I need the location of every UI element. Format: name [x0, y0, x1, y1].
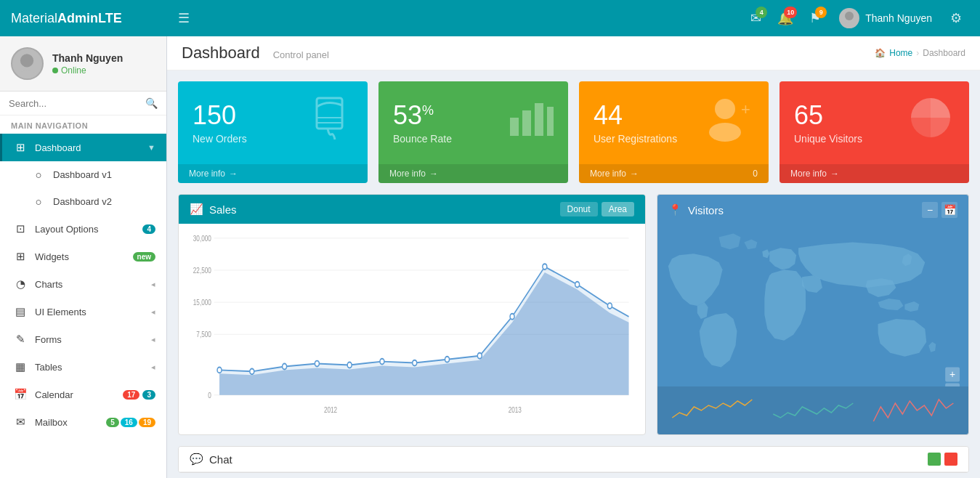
sidebar-avatar	[11, 47, 44, 80]
stat-value-visitors: 65	[794, 101, 862, 130]
svg-text:22,500: 22,500	[193, 266, 211, 275]
stat-card-new-orders: 150 New Orders More info	[178, 81, 368, 183]
stat-label-visitors: Unique Visitors	[794, 133, 862, 145]
charts-row: 📈 Sales Donut Area	[167, 194, 980, 446]
arrow-right-icon-3: →	[630, 169, 639, 179]
chart-dot-5	[347, 362, 352, 368]
chart-title-text: Sales	[209, 203, 237, 216]
bottom-row: 💬 Chat	[167, 446, 980, 478]
sidebar-label-calendar: Calendar	[35, 389, 123, 400]
stat-value-bounce: 53%	[393, 101, 452, 130]
svg-rect-7	[510, 118, 519, 136]
chart-dot-13	[607, 303, 612, 309]
sidebar-item-mailbox[interactable]: ✉ Mailbox 5 16 19	[0, 408, 166, 436]
flag-badge: 9	[815, 7, 827, 18]
stat-label-reg: User Registrations	[594, 133, 677, 145]
sidebar-item-dashboard[interactable]: ⊞ Dashboard ▼	[0, 134, 166, 161]
mini-chart-svg-2	[766, 392, 861, 429]
svg-point-0	[845, 12, 854, 20]
chat-icon: 💬	[190, 453, 203, 466]
chat-header: 💬 Chat	[179, 447, 968, 472]
svg-point-12	[709, 123, 741, 142]
circle-icon-2: ○	[31, 195, 46, 208]
visitors-calendar-button[interactable]: 📅	[941, 202, 957, 218]
settings-button[interactable]: ⚙	[943, 5, 969, 31]
search-icon[interactable]: 🔍	[145, 97, 158, 109]
mail-badge: 4	[756, 7, 767, 18]
mailbox-badge-5: 5	[106, 418, 119, 427]
svg-text:7,500: 7,500	[196, 330, 211, 339]
stat-card-footer-reg[interactable]: More info → 0	[579, 164, 769, 183]
sidebar-item-layout-options[interactable]: ⊡ Layout Options 4	[0, 215, 166, 243]
visitors-title: 📍 Visitors	[668, 203, 724, 216]
hamburger-button[interactable]: ☰	[178, 10, 190, 26]
svg-text:2012: 2012	[324, 405, 337, 414]
bounce-icon	[506, 96, 554, 150]
stat-card-text-bounce: 53% Bounce Rate	[393, 101, 452, 145]
visitors-minus-button[interactable]: −	[922, 202, 938, 218]
world-map-area: + −	[657, 225, 968, 386]
sidebar-item-charts[interactable]: ◔ Charts ◂	[0, 270, 166, 298]
stat-card-text-orders: 150 New Orders	[193, 101, 247, 145]
area-button[interactable]: Area	[602, 202, 634, 216]
mini-chart-2	[766, 392, 861, 429]
stat-card-footer-bounce[interactable]: More info →	[378, 164, 568, 183]
chart-type-buttons: Donut Area	[560, 202, 634, 216]
visitors-icon	[907, 94, 955, 152]
nav-section-title: MAIN NAVIGATION	[0, 116, 166, 134]
chart-dot-9	[477, 353, 482, 359]
chart-dot-2	[250, 368, 254, 374]
mail-button[interactable]: ✉ 4	[742, 5, 769, 31]
more-info-orders: More info	[189, 169, 225, 179]
sidebar-item-dashboard-v1[interactable]: ○ Dashboard v1	[0, 161, 166, 188]
svg-point-11	[715, 99, 735, 119]
arrow-right-icon-4: →	[830, 169, 839, 179]
user-menu[interactable]: Thanh Nguyen	[832, 4, 939, 32]
mini-chart-svg-1	[665, 392, 760, 429]
sidebar-item-forms[interactable]: ✎ Forms ◂	[0, 325, 166, 353]
mini-chart-svg-3	[866, 392, 961, 429]
calendar-badge-3: 3	[142, 390, 155, 400]
pin-icon: 📍	[668, 203, 682, 216]
mini-chart-1	[665, 392, 760, 429]
svg-point-1	[842, 23, 857, 28]
chat-panel: 💬 Chat	[178, 446, 969, 473]
sidebar-label-tables: Tables	[35, 362, 151, 373]
svg-rect-8	[522, 110, 531, 136]
sidebar-item-calendar[interactable]: 📅 Calendar 17 3	[0, 381, 166, 408]
sidebar-item-tables[interactable]: ▦ Tables ◂	[0, 353, 166, 381]
donut-button[interactable]: Donut	[560, 202, 598, 216]
chart-dot-12	[575, 282, 580, 288]
forms-icon: ✎	[13, 333, 28, 346]
svg-text:−: −	[949, 384, 955, 386]
chat-title-text: Chat	[209, 453, 232, 466]
bell-button[interactable]: 🔔 10	[772, 5, 798, 31]
stat-card-body-bounce: 53% Bounce Rate	[378, 81, 568, 164]
sidebar-label-widgets: Widgets	[35, 251, 133, 262]
forms-arrow-icon: ◂	[151, 335, 155, 344]
chat-expand-button[interactable]	[928, 453, 941, 466]
chart-title: 📈 Sales	[190, 203, 237, 216]
svg-text:15,000: 15,000	[193, 298, 211, 307]
stat-card-footer-visitors[interactable]: More info →	[779, 164, 969, 183]
online-text: Online	[61, 65, 86, 76]
dashboard-icon: ⊞	[13, 141, 28, 154]
flag-button[interactable]: ⚑ 9	[802, 5, 828, 31]
charts-arrow-icon: ◂	[151, 280, 155, 289]
sidebar-item-widgets[interactable]: ⊞ Widgets new	[0, 243, 166, 270]
avatar	[839, 8, 859, 28]
sidebar-item-ui-elements[interactable]: ▤ UI Elements ◂	[0, 298, 166, 325]
stat-card-footer-orders[interactable]: More info →	[178, 164, 368, 183]
online-badge: Online	[52, 65, 123, 76]
more-info-reg: More info	[590, 169, 626, 179]
breadcrumb-home[interactable]: Home	[889, 48, 912, 58]
chat-close-button[interactable]	[944, 453, 957, 466]
sidebar-item-dashboard-v2[interactable]: ○ Dashboard v2	[0, 188, 166, 215]
search-input[interactable]	[9, 98, 145, 109]
reg-zero: 0	[753, 169, 758, 179]
chat-buttons	[928, 453, 957, 466]
stat-cards-row: 150 New Orders More info	[167, 70, 980, 194]
stat-card-body-visitors: 65 Unique Visitors	[779, 81, 969, 164]
visitors-panel: 📍 Visitors − 📅	[657, 194, 969, 435]
chart-dot-8	[445, 357, 450, 362]
